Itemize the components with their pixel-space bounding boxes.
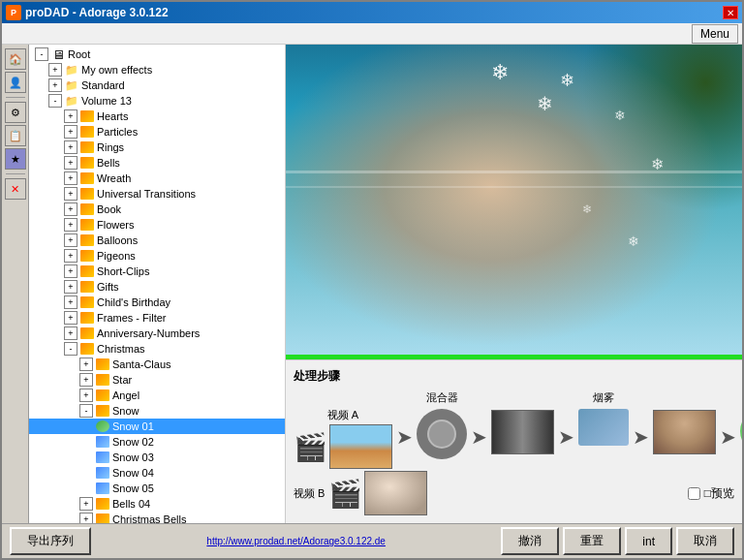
light-band1 [286,171,742,173]
video-a-label: 视频 A [327,408,358,422]
tree-item-myeffects[interactable]: + 📁 My own effects [29,62,285,78]
video-b-reel-icon: 🎬 [328,478,362,510]
tree-item-birthday[interactable]: + Child's Birthday [29,295,285,310]
tree-item-bells04[interactable]: + Bells 04 [29,496,285,512]
icon-christmas [79,342,95,356]
tree-item-standard[interactable]: + 📁 Standard [29,78,285,93]
status-link[interactable]: http://www.prodad.net/Adorage3.0.122.de [206,536,386,546]
expand-bells[interactable]: + [64,156,78,170]
tree-item-santa[interactable]: + Santa-Claus [29,357,285,372]
label-star: Star [112,374,132,386]
close-button-bottom[interactable]: 取消 [676,527,734,555]
cancel-button[interactable]: 撤消 [501,527,559,555]
tree-content[interactable]: - 🖥 Root + 📁 My own effects + [29,45,285,523]
tree-item-snow[interactable]: - Snow [29,403,285,419]
icon-santa [95,358,110,371]
export-button[interactable]: 导出序列 [10,527,91,555]
expand-birthday[interactable]: + [64,296,78,309]
toolbar-effects[interactable]: ★ [5,148,26,170]
int-button[interactable]: int [625,527,672,555]
expand-frames[interactable]: + [64,311,78,325]
expand-bells04[interactable]: + [79,497,93,511]
tree-item-wreath[interactable]: + Wreath [29,171,285,186]
root-icon: 🖥 [50,47,66,61]
expand-star[interactable]: + [79,373,93,387]
expand-vol13[interactable]: - [48,94,62,108]
tree-item-bells[interactable]: + Bells [29,155,285,171]
arrow2: ➤ [471,425,487,449]
expand-snow[interactable]: - [79,404,93,418]
tree-item-flowers[interactable]: + Flowers [29,217,285,233]
tree-item-anniversary[interactable]: + Anniversary-Numbers [29,326,285,341]
bottom-left: 导出序列 [10,527,91,555]
tree-item-snow02[interactable]: Snow 02 [29,434,285,450]
expand-root[interactable]: - [35,47,48,61]
tree-item-pigeons[interactable]: + Pigeons [29,248,285,264]
folder-icon-standard: 📁 [64,78,79,92]
tree-item-hearts[interactable]: + Hearts [29,109,285,124]
preview-content: ❄ ❄ ❄ ❄ ❄ ❄ ❄ [286,45,742,359]
toolbar-user[interactable]: 👤 [5,72,26,93]
expand-flowers[interactable]: + [64,218,78,232]
icon-christmasbells [95,513,110,523]
preview-checkbox[interactable] [688,487,700,500]
label-angel: Angel [112,389,140,401]
tree-item-particles[interactable]: + Particles [29,124,285,140]
tree-item-book[interactable]: + Book [29,202,285,217]
tree-item-rings[interactable]: + Rings [29,140,285,155]
face-thumb-wrapper [653,410,716,454]
expand-shortclips[interactable]: + [64,264,78,278]
tree-item-star[interactable]: + Star [29,372,285,388]
expand-christmas[interactable]: - [64,342,78,356]
tree-item-angel[interactable]: + Angel [29,388,285,403]
expand-anniversary[interactable]: + [64,327,78,340]
arrow3: ➤ [558,425,574,449]
label-bells: Bells [97,157,120,169]
toolbar-settings[interactable]: ⚙ [5,102,26,123]
expand-rings[interactable]: + [64,140,78,154]
tree-item-snow03[interactable]: Snow 03 [29,450,285,465]
close-button[interactable]: ✕ [723,6,738,19]
video-a-row: 视频 A 🎬 [294,408,392,469]
expand-book[interactable]: + [64,202,78,216]
tree-item-christmas[interactable]: - Christmas [29,341,285,357]
label-particles: Particles [97,126,138,138]
icon-birthday [79,296,95,309]
video-a-content: 🎬 [294,424,392,469]
expand-gifts[interactable]: + [64,280,78,294]
expand-angel[interactable]: + [79,389,93,402]
icon-book [79,202,95,216]
expand-universal[interactable]: + [64,187,78,201]
toolbar-home[interactable]: 🏠 [5,48,26,70]
workflow-title: 处理步骤 [294,368,734,385]
expand-santa[interactable]: + [79,358,93,371]
expand-standard[interactable]: + [48,78,62,92]
expand-balloons[interactable]: + [64,233,78,247]
tree-item-snow05[interactable]: Snow 05 [29,481,285,496]
expand-wreath[interactable]: + [64,171,78,185]
toolbar-filter[interactable]: 📋 [5,125,26,146]
reset-button[interactable]: 重置 [563,527,621,555]
tree-item-universal[interactable]: + Universal Transitions [29,186,285,202]
toolbar-red[interactable]: ✕ [5,178,26,200]
snowflake7: ❄ [491,60,509,85]
tree-item-christmasbells[interactable]: + Christmas Bells [29,512,285,523]
expand-particles[interactable]: + [64,125,78,139]
label-christmasbells: Christmas Bells [112,513,186,523]
tree-item-snow01[interactable]: Snow 01 [29,419,285,434]
expand-christmasbells[interactable]: + [79,513,93,523]
tree-item-frames[interactable]: + Frames - Filter [29,310,285,326]
menu-button[interactable]: Menu [692,24,738,44]
expand-hearts[interactable]: + [64,109,78,123]
tree-item-shortclips[interactable]: + Short-Clips [29,264,285,279]
expand-myeffects[interactable]: + [48,63,62,77]
tree-item-gifts[interactable]: + Gifts [29,279,285,295]
tree-item-vol13[interactable]: - 📁 Volume 13 [29,93,285,109]
expand-pigeons[interactable]: + [64,249,78,263]
tree-item-root[interactable]: - 🖥 Root [29,47,285,62]
dark-thumb [491,410,554,454]
tree-item-snow04[interactable]: Snow 04 [29,465,285,481]
label-frames: Frames - Filter [97,312,167,324]
tree-item-balloons[interactable]: + Balloons [29,233,285,248]
icon-snow01 [95,420,110,433]
